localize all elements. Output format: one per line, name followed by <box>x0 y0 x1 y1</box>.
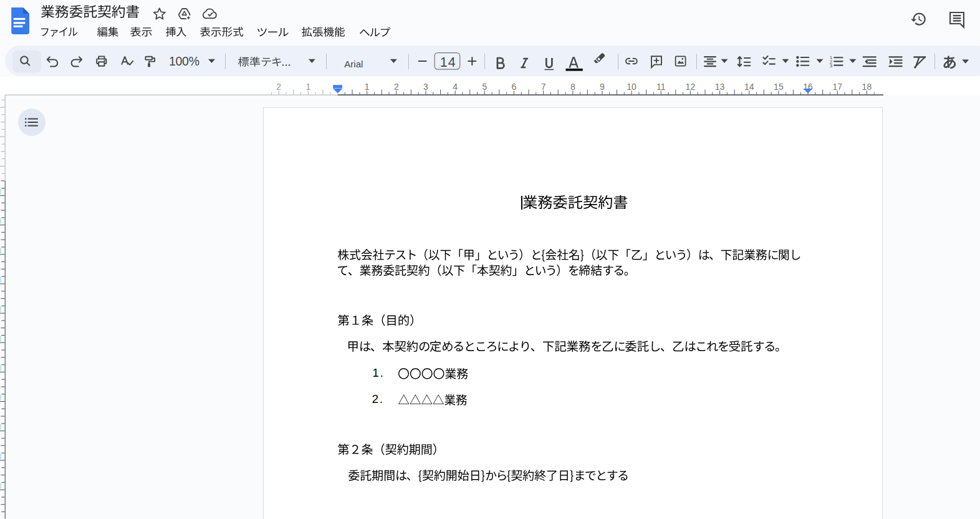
svg-text:15: 15 <box>774 82 784 92</box>
svg-text:7: 7 <box>541 82 546 92</box>
svg-text:13: 13 <box>715 82 725 92</box>
svg-text:17: 17 <box>832 82 842 92</box>
svg-text:9: 9 <box>600 82 605 92</box>
svg-text:1: 1 <box>365 82 370 92</box>
svg-text:18: 18 <box>862 82 872 92</box>
svg-text:4: 4 <box>453 82 458 92</box>
svg-text:1: 1 <box>305 82 310 92</box>
svg-text:14: 14 <box>744 82 754 92</box>
svg-text:12: 12 <box>686 82 696 92</box>
svg-text:3: 3 <box>423 82 428 92</box>
svg-text:6: 6 <box>512 82 517 92</box>
svg-text:10: 10 <box>627 82 637 92</box>
svg-text:5: 5 <box>482 82 487 92</box>
svg-text:2: 2 <box>276 82 281 92</box>
svg-text:11: 11 <box>656 82 666 92</box>
svg-text:2: 2 <box>394 82 399 92</box>
svg-text:8: 8 <box>570 82 575 92</box>
